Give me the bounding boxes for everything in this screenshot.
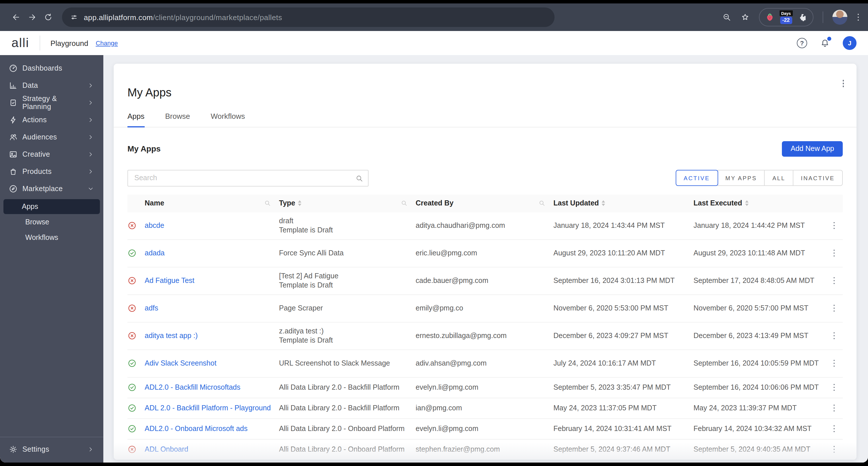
bookmark-star-icon[interactable] (741, 12, 750, 22)
zoom-out-icon[interactable] (722, 12, 732, 22)
app-type: Alli Data Library 2.0 - Backfill Platfor… (279, 403, 415, 413)
sidebar-item-marketplace[interactable]: Marketplace (0, 180, 103, 197)
app-name-link[interactable]: ADL 2.0 - Backfill Platform - Playground (145, 404, 271, 412)
app-last-executed: September 17, 2024 8:48:05 AM MDT (693, 277, 826, 285)
column-header-type[interactable]: Type (279, 199, 415, 207)
app-name-link[interactable]: ADL2.0 - Backfill Microsoftads (145, 383, 240, 392)
app-name-link[interactable]: ADL Onboard (145, 445, 188, 454)
table-body: abcdedraftTemplate is Draftaditya.chaudh… (127, 212, 843, 460)
change-workspace-link[interactable]: Change (96, 40, 118, 46)
column-header-last-executed[interactable]: Last Executed (693, 199, 826, 207)
card-menu-button[interactable] (841, 79, 845, 88)
column-header-last-updated[interactable]: Last Updated (553, 199, 693, 207)
row-menu-button[interactable] (826, 221, 843, 230)
row-menu-button[interactable] (826, 383, 843, 392)
column-search-icon[interactable] (538, 200, 546, 207)
browser-menu-button[interactable] (856, 12, 860, 22)
filter-inactive[interactable]: INACTIVE (793, 170, 843, 186)
app-last-executed: September 5, 2024 9:40:35 AM MDT (693, 445, 826, 454)
tab-browse[interactable]: Browse (165, 112, 190, 127)
tab-apps[interactable]: Apps (127, 112, 144, 127)
row-menu-button[interactable] (826, 445, 843, 454)
app-created-by: emily@pmg.co (415, 304, 553, 312)
image-icon (9, 150, 18, 159)
table-header: Name Type Created By (127, 194, 843, 212)
column-search-icon[interactable] (401, 200, 408, 207)
column-header-name[interactable]: Name (145, 199, 279, 207)
column-header-created-by[interactable]: Created By (415, 199, 553, 207)
help-icon[interactable]: ? (797, 38, 807, 48)
sidebar-item-data[interactable]: Data (0, 77, 103, 94)
sidebar-item-strategy-planning[interactable]: Strategy & Planning (0, 94, 103, 111)
add-new-app-button[interactable]: Add New App (782, 141, 843, 156)
row-menu-button[interactable] (826, 304, 843, 313)
main-content: My Apps AppsBrowseWorkflows My Apps Add … (103, 55, 868, 463)
search-input[interactable] (127, 169, 369, 186)
table-row: adfsPage Scraperemily@pmg.coNovember 6, … (127, 295, 843, 322)
tab-workflows[interactable]: Workflows (211, 112, 245, 127)
back-button[interactable] (8, 9, 24, 25)
filter-all[interactable]: ALL (764, 170, 794, 186)
reload-button[interactable] (40, 9, 56, 25)
sidebar-item-label: Marketplace (22, 185, 63, 193)
app-name-link[interactable]: adada (145, 249, 165, 257)
status-error-icon (127, 331, 136, 340)
arrow-right-icon (28, 12, 37, 22)
app-name-link[interactable]: adfs (145, 304, 158, 312)
row-menu-button[interactable] (826, 276, 843, 285)
url-bar[interactable]: app.alliplatform.com/client/playground/m… (62, 7, 555, 27)
sidebar-subitem-apps[interactable]: Apps (3, 199, 100, 214)
days-extension-badge[interactable]: Days -22 (780, 10, 793, 24)
sort-icon[interactable] (298, 200, 302, 206)
sort-icon[interactable] (745, 200, 749, 206)
sidebar-item-dashboards[interactable]: Dashboards (0, 60, 103, 77)
filter-active[interactable]: ACTIVE (676, 170, 718, 186)
app-name-link[interactable]: Ad Fatigue Test (145, 277, 194, 285)
column-search-icon[interactable] (264, 200, 271, 207)
strawberry-extension-icon[interactable] (765, 12, 774, 22)
days-badge-label: Days (780, 10, 793, 16)
filter-my-apps[interactable]: MY APPS (717, 170, 765, 186)
browser-profile-avatar[interactable] (832, 10, 847, 25)
app-name-link[interactable]: aditya test app :) (145, 332, 198, 340)
column-label: Last Updated (553, 199, 599, 207)
sort-icon[interactable] (601, 200, 605, 206)
row-menu-button[interactable] (826, 248, 843, 258)
app-type: z.aditya test :)Template is Draft (279, 326, 415, 345)
sidebar-item-products[interactable]: Products (0, 163, 103, 180)
sidebar-subitem-browse[interactable]: Browse (3, 215, 100, 229)
page-title: My Apps (127, 71, 843, 100)
table-row: ADL2.0 - Onboard Microsoft adsAlli Data … (127, 418, 843, 439)
app-name-link[interactable]: abcde (145, 221, 164, 229)
status-active-icon (127, 248, 136, 258)
forward-button[interactable] (24, 9, 40, 25)
users-icon (9, 132, 18, 142)
extensions-puzzle-icon[interactable] (798, 12, 807, 22)
sidebar-item-actions[interactable]: Actions (0, 111, 103, 129)
row-menu-button[interactable] (826, 359, 843, 368)
sidebar-item-creative[interactable]: Creative (0, 146, 103, 163)
app-last-updated: July 24, 2024 10:16:17 AM MDT (553, 359, 693, 367)
notifications-button[interactable] (820, 38, 830, 48)
bolt-icon (9, 115, 18, 125)
row-menu-button[interactable] (826, 403, 843, 413)
row-menu-button[interactable] (826, 424, 843, 434)
table-row: ADL 2.0 - Backfill Platform - Playground… (127, 398, 843, 418)
app-name-link[interactable]: Adiv Slack Screenshot (145, 359, 216, 367)
app-name-link[interactable]: ADL2.0 - Onboard Microsoft ads (145, 425, 248, 433)
sidebar-item-settings[interactable]: Settings (0, 441, 103, 458)
url-host: app.alliplatform.com (84, 13, 153, 22)
sidebar-item-label: Audiences (22, 133, 57, 141)
site-settings-icon[interactable] (70, 13, 78, 21)
app-created-by: eric.lieu@pmg.com (415, 249, 553, 257)
row-menu-button[interactable] (826, 331, 843, 341)
tabs: AppsBrowseWorkflows (114, 112, 857, 128)
user-avatar[interactable]: J (843, 36, 857, 50)
sidebar-item-audiences[interactable]: Audiences (0, 129, 103, 146)
app-last-executed: January 18, 2024 1:44:42 PM MST (693, 221, 826, 229)
app-last-updated: September 16, 2024 3:01:13 PM MDT (553, 277, 693, 285)
status-active-icon (127, 403, 136, 413)
sidebar-subitem-workflows[interactable]: Workflows (3, 230, 100, 245)
sidebar-item-label: Creative (22, 150, 50, 158)
reload-icon (43, 12, 53, 22)
